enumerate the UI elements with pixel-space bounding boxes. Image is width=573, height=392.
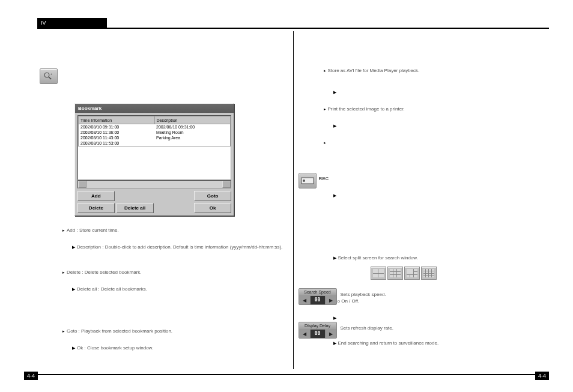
split-3x3-icon[interactable]: [387, 267, 403, 280]
section-header: IV: [37, 18, 107, 28]
dialog-hscrollbar[interactable]: [77, 180, 231, 188]
column-divider: [293, 31, 294, 369]
display-delay-control: Display Delay ◀ 00 ▶: [299, 322, 337, 339]
cell-desc: Parking Area: [154, 135, 231, 140]
search-speed-down-icon[interactable]: ◀: [299, 296, 311, 304]
cell-desc: Meeting Room: [154, 130, 231, 135]
display-delay-label: Display Delay: [299, 322, 336, 330]
goto-button[interactable]: Goto: [194, 191, 231, 201]
cell-desc: [154, 140, 231, 146]
scroll-right-icon[interactable]: [222, 181, 231, 188]
right-column: REC ▸Store as AVI file for Media Player …: [299, 31, 550, 369]
bullet-add: ▸Add : Store current time.: [62, 227, 119, 234]
add-button[interactable]: Add: [77, 191, 115, 201]
bullet-delete: ▸Delete : Delete selected bookmark.: [62, 269, 142, 276]
delete-all-button[interactable]: Delete all: [117, 203, 154, 213]
search-speed-up-icon[interactable]: ▶: [325, 296, 336, 304]
display-delay-value: 00: [311, 330, 325, 338]
bullet-deleteall: ▶Delete all : Delete all bookmarks.: [72, 286, 147, 292]
bookmark-dialog: Bookmark Time Information Description: [74, 103, 234, 216]
bullet-rec: ▶: [333, 192, 338, 199]
page-number-right: 4-4: [535, 372, 549, 380]
search-speed-caption: Sets playback speed.: [341, 291, 386, 298]
delete-button[interactable]: Delete: [77, 203, 115, 213]
search-speed-value: 00: [311, 296, 325, 304]
bullet-exit: ▶End searching and return to surveillanc…: [333, 340, 439, 346]
bullet-goto: ▸Goto : Playback from selected bookmark …: [62, 328, 172, 334]
bookmark-table-wrap: Time Information Description 2002/08/10 …: [77, 115, 231, 180]
display-delay-up-icon[interactable]: ▶: [325, 330, 336, 338]
bullet-ok: ▶Ok : Close bookmark setup window.: [72, 345, 153, 351]
bullet-r1a: ▸Store as AVI file for Media Player play…: [324, 67, 420, 74]
table-row[interactable]: 2002/08/10 11:53:00: [79, 140, 231, 146]
display-delay-down-icon[interactable]: ◀: [299, 330, 311, 338]
cell-time: 2002/08/10 11:43:00: [79, 135, 155, 140]
col-time[interactable]: Time Information: [79, 116, 155, 124]
rec-icon: [299, 173, 317, 188]
bullet-r2a: ▸Print the selected image to a printer.: [324, 106, 405, 112]
page-number-left: 4-4: [24, 372, 38, 380]
scroll-left-icon[interactable]: [78, 181, 86, 188]
dialog-title: Bookmark: [75, 104, 234, 113]
table-row[interactable]: 2002/08/10 11:36:00 Meeting Room: [79, 130, 231, 135]
bullet-r2b: ▶: [333, 122, 338, 129]
header-rule: [37, 28, 549, 29]
left-column: + - Bookmark Time Information Descriptio…: [37, 31, 288, 369]
bullet-r1b: ▶: [333, 89, 338, 95]
split-4x4-icon[interactable]: [421, 267, 437, 280]
svg-point-0: [44, 73, 49, 77]
svg-text:+: +: [50, 72, 52, 76]
zoom-icon: + -: [40, 68, 58, 84]
bookmark-table: Time Information Description 2002/08/10 …: [78, 116, 231, 146]
footer-rule: [24, 374, 549, 375]
split-2x2-icon[interactable]: [371, 267, 386, 280]
table-row[interactable]: 2002/08/10 11:43:00 Parking Area: [79, 135, 231, 140]
bullet-split: ▶Select split screen for search window.: [333, 255, 418, 261]
ok-button[interactable]: Ok: [194, 203, 231, 213]
display-delay-caption: Sets refresh display rate.: [341, 325, 393, 331]
cell-time: 2002/08/10 09:31:00: [79, 124, 155, 130]
rec-label: REC: [319, 175, 329, 182]
split-mixed-icon[interactable]: [404, 267, 420, 280]
table-row[interactable]: 2002/08/10 09:31:00 2002/08/10 09:31:00: [79, 124, 231, 130]
cell-time: 2002/08/10 11:36:00: [79, 130, 155, 135]
search-speed-control: Search Speed ◀ 00 ▶: [299, 288, 337, 305]
svg-point-5: [303, 179, 305, 182]
split-screen-group: [371, 267, 437, 280]
cell-desc: 2002/08/10 09:31:00: [154, 124, 231, 130]
bullet-desc: ▶Description : Double-click to add descr…: [72, 244, 282, 250]
cell-time: 2002/08/10 11:53:00: [79, 140, 155, 146]
search-speed-label: Search Speed: [299, 289, 336, 296]
svg-text:-: -: [50, 76, 52, 80]
bullet-r3a: ▸: [324, 139, 328, 146]
bullet-audio2: ▶: [333, 315, 338, 321]
col-desc[interactable]: Description: [154, 116, 231, 124]
